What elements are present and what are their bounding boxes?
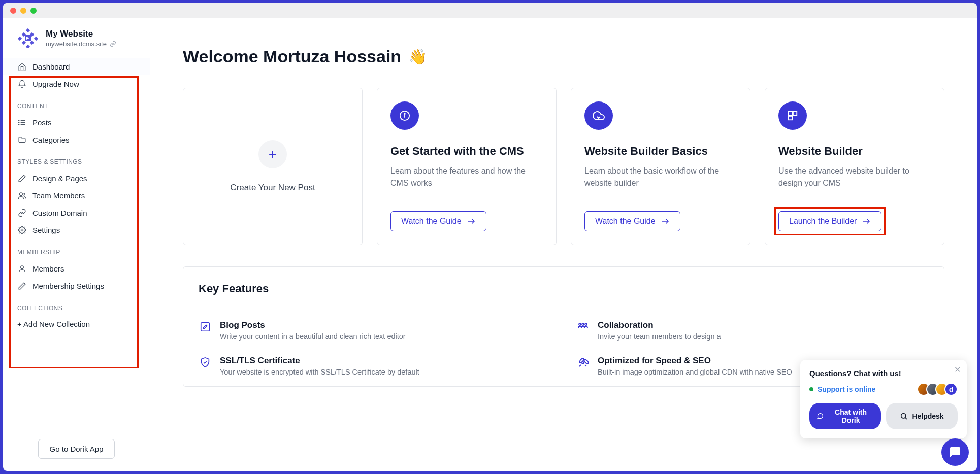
window-minimize-button[interactable] <box>20 8 26 14</box>
card-description: Learn about the features and how the CMS… <box>390 165 543 189</box>
chat-close-button[interactable]: ✕ <box>954 365 961 375</box>
feature-description: Invite your team members to design a <box>598 332 721 341</box>
sidebar-item-settings[interactable]: Settings <box>3 221 150 239</box>
site-header: My Website mywebsite.dcms.site <box>3 27 150 58</box>
feature-description: Built-in image optimization and global C… <box>598 368 792 376</box>
window-maximize-button[interactable] <box>30 8 37 14</box>
sidebar-section-collections: COLLECTIONS <box>3 294 150 316</box>
feature-title: Blog Posts <box>220 320 406 330</box>
collaboration-icon <box>576 320 590 341</box>
feature-description: Write your content in a beautiful and cl… <box>220 332 406 341</box>
svg-point-12 <box>18 120 19 120</box>
support-avatars: d <box>921 383 958 396</box>
helpdesk-button[interactable]: Helpdesk <box>886 403 958 429</box>
card-label: Create Your New Post <box>230 183 315 193</box>
chat-widget: ✕ Questions? Chat with us! Support is on… <box>800 360 967 438</box>
edit-icon <box>199 320 212 341</box>
gear-icon <box>17 225 26 234</box>
svg-rect-0 <box>26 28 30 32</box>
sidebar-section-styles: STYLES & SETTINGS <box>3 148 150 170</box>
feature-collaboration: Collaboration Invite your team members t… <box>576 320 929 341</box>
sidebar-item-membership-settings[interactable]: Membership Settings <box>3 277 150 294</box>
card-new-post[interactable]: + Create Your New Post <box>183 88 363 245</box>
key-features-title: Key Features <box>199 282 929 295</box>
folder-icon <box>17 135 26 144</box>
sidebar-section-content: CONTENT <box>3 92 150 114</box>
chat-icon <box>949 446 961 458</box>
plus-icon: + <box>258 140 287 168</box>
feature-description: Your website is encrypted with SSL/TLS C… <box>220 368 419 376</box>
layout-icon <box>778 101 807 130</box>
arrow-right-icon <box>862 217 871 226</box>
sidebar-item-label: Posts <box>32 118 52 127</box>
svg-point-32 <box>582 362 584 364</box>
svg-point-31 <box>582 323 584 325</box>
svg-point-21 <box>404 113 405 114</box>
chat-title: Questions? Chat with us! <box>809 369 958 378</box>
feature-title: Collaboration <box>598 320 721 330</box>
sidebar-item-dashboard[interactable]: Dashboard <box>3 58 150 75</box>
card-description: Use the advanced website builder to desi… <box>778 165 931 189</box>
watch-guide-button[interactable]: Watch the Guide <box>390 211 486 231</box>
sidebar-item-add-collection[interactable]: + Add New Collection <box>3 316 150 332</box>
svg-rect-3 <box>18 37 22 41</box>
home-icon <box>17 62 26 71</box>
svg-rect-7 <box>26 45 30 48</box>
rocket-icon <box>576 356 590 376</box>
svg-point-17 <box>21 229 23 231</box>
card-title: Website Builder <box>778 144 931 159</box>
chat-status: Support is online <box>809 385 875 393</box>
card-title: Get Started with the CMS <box>390 144 543 159</box>
svg-point-18 <box>20 265 23 268</box>
card-title: Website Builder Basics <box>584 144 737 159</box>
chain-link-icon <box>17 208 26 217</box>
launch-builder-button[interactable]: Launch the Builder <box>778 211 881 231</box>
svg-point-13 <box>18 122 19 122</box>
button-label: Helpdesk <box>912 412 943 420</box>
svg-point-14 <box>18 124 19 125</box>
pencil-icon <box>17 281 26 290</box>
arrow-right-icon <box>467 217 476 226</box>
feature-ssl: SSL/TLS Certificate Your website is encr… <box>199 356 551 376</box>
chat-fab-button[interactable] <box>941 438 969 466</box>
svg-point-15 <box>19 192 22 195</box>
sidebar-item-categories[interactable]: Categories <box>3 131 150 148</box>
card-description: Learn about the basic workflow of the we… <box>584 165 737 189</box>
sidebar-item-label: Team Members <box>32 191 85 200</box>
chat-with-dorik-button[interactable]: Chat with Dorik <box>809 403 881 429</box>
window-close-button[interactable] <box>10 8 16 14</box>
sidebar-item-label: Upgrade Now <box>32 80 79 88</box>
button-label: Watch the Guide <box>401 217 462 226</box>
svg-rect-26 <box>789 116 792 120</box>
site-subdomain-text: mywebsite.dcms.site <box>46 40 107 48</box>
list-icon <box>17 118 26 127</box>
sidebar-item-domain[interactable]: Custom Domain <box>3 204 150 221</box>
sidebar-section-membership: MEMBERSHIP <box>3 239 150 260</box>
svg-rect-24 <box>789 112 792 115</box>
card-get-started-cms: Get Started with the CMS Learn about the… <box>377 88 557 245</box>
sidebar-item-label: Dashboard <box>32 62 70 71</box>
site-subdomain[interactable]: mywebsite.dcms.site <box>46 40 116 48</box>
watch-guide-button[interactable]: Watch the Guide <box>584 211 680 231</box>
cloud-icon <box>584 101 613 130</box>
sidebar-item-posts[interactable]: Posts <box>3 114 150 131</box>
svg-rect-25 <box>793 112 797 115</box>
sidebar-item-team[interactable]: Team Members <box>3 187 150 204</box>
sidebar-item-label: Categories <box>32 136 70 144</box>
svg-rect-4 <box>34 37 38 41</box>
sidebar-item-upgrade[interactable]: Upgrade Now <box>3 75 150 92</box>
sidebar-item-members[interactable]: Members <box>3 260 150 277</box>
svg-point-16 <box>22 193 24 195</box>
sidebar-item-label: Membership Settings <box>32 282 104 290</box>
avatar: d <box>944 383 958 396</box>
status-dot-icon <box>809 387 813 391</box>
goto-dorik-app-button[interactable]: Go to Dorik App <box>38 439 115 459</box>
info-icon <box>390 101 419 130</box>
sidebar: My Website mywebsite.dcms.site Dashboard… <box>3 18 150 471</box>
link-icon <box>110 41 116 47</box>
site-name: My Website <box>46 29 116 39</box>
search-icon <box>900 412 908 420</box>
sidebar-item-design[interactable]: Design & Pages <box>3 170 150 187</box>
svg-point-30 <box>585 323 587 325</box>
wave-emoji-icon: 👋 <box>408 48 427 65</box>
